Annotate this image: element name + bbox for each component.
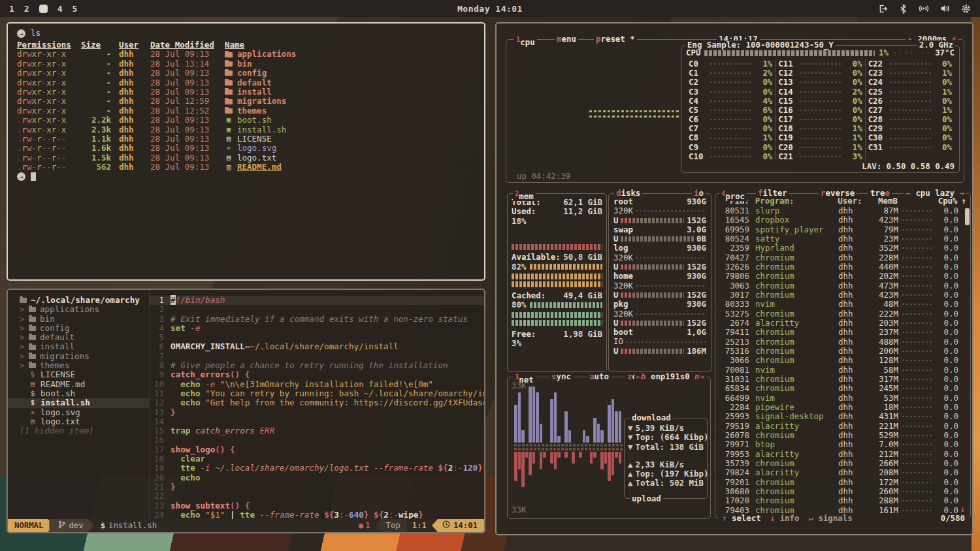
tree-dir-migrations[interactable]: >migrations — [8, 352, 149, 361]
tree-file-LICENSE[interactable]: §LICENSE — [8, 370, 149, 379]
tree-dir-config[interactable]: >config — [8, 324, 149, 333]
process-row[interactable]: 3017chromiumdhh423M0.0 — [719, 291, 966, 300]
editor-window[interactable]: ~/.local/share/omarchy>applications>bin>… — [7, 289, 485, 533]
process-row[interactable]: 80333nvimdhh48M0.0 — [719, 300, 966, 309]
tree-file-boot.sh[interactable]: $boot.sh — [8, 389, 149, 398]
bluetooth-icon[interactable] — [899, 4, 907, 14]
process-row[interactable]: 70081nvimdhh58M0.0 — [719, 366, 966, 375]
process-row[interactable]: 2674alacrittydhh203M0.0 — [719, 319, 966, 328]
process-row[interactable]: 25993signal-desktopdhh431M0.0 — [719, 412, 966, 421]
process-row[interactable]: 80531slurpdhh87M0.0 — [719, 206, 966, 215]
workspace-5[interactable]: 5 — [72, 4, 77, 14]
process-row[interactable]: 2284pipewiredhh18M0.0 — [719, 403, 966, 412]
file-row[interactable]: ▤LICENSE — [225, 134, 484, 144]
net-interface[interactable]: ←b enp191s0 n→ — [634, 372, 706, 381]
tree-file-logo.txt[interactable]: ▤logo.txt — [8, 417, 149, 426]
preset-button[interactable]: preset * — [594, 35, 637, 44]
process-row[interactable]: 2359Hyprlanddhh352M0.0 — [719, 244, 966, 253]
tree-dir-default[interactable]: >default — [8, 333, 149, 342]
scrollbar-thumb[interactable] — [965, 208, 970, 225]
process-row[interactable]: 79971btopdhh7.0M0.0 — [719, 440, 966, 449]
process-row[interactable]: 79824alacrittydhh208M0.0 — [719, 468, 966, 477]
process-row[interactable]: 30680chromiumdhh260M0.0 — [719, 487, 966, 496]
process-row[interactable]: 31031chromiumdhh317M0.0 — [719, 375, 966, 384]
process-row[interactable]: 25213chromiumdhh488M0.0 — [719, 338, 966, 347]
refresh-minus[interactable]: - — [907, 34, 912, 44]
file-row[interactable]: ▤logo.txt — [225, 153, 484, 163]
file-row[interactable]: themes — [225, 106, 484, 116]
tab-io[interactable]: io — [692, 189, 706, 198]
file-user: dhh — [119, 78, 142, 87]
file-row[interactable]: applications — [225, 50, 484, 59]
code-pane[interactable]: 1#!/bin/bash23# Exit immediately if a co… — [149, 290, 484, 519]
workspace-active[interactable] — [39, 5, 48, 13]
process-row[interactable]: 16545dropboxdhh423M0.0 — [719, 215, 966, 225]
process-row[interactable]: 66499nvimdhh53M0.0 — [719, 394, 966, 403]
next-iface-key[interactable]: n→ — [694, 371, 704, 381]
tree-file-install.sh[interactable]: $install.sh — [8, 398, 149, 407]
net-graph — [514, 385, 624, 503]
tab-cpu[interactable]: 1cpu — [514, 35, 537, 47]
tree-file-README.md[interactable]: ▤README.md — [8, 380, 149, 389]
terminal-window[interactable]: → ls PermissionsSizeUserDate ModifiedNam… — [7, 22, 485, 281]
process-row[interactable]: 79411chromiumdhh237M0.0 — [719, 328, 966, 337]
network-broadcast-icon[interactable] — [919, 4, 929, 13]
file-row[interactable]: ▣boot.sh — [225, 116, 484, 125]
process-row[interactable]: 70427chromiumdhh228M0.0 — [719, 253, 966, 262]
prev-iface-key[interactable]: ←b — [636, 371, 646, 381]
process-row[interactable]: 80524sattydhh23M0.0 — [719, 234, 966, 244]
process-row[interactable]: 26078chromiumdhh529M0.0 — [719, 431, 966, 440]
logout-icon[interactable] — [878, 4, 888, 14]
sort-left-arrow[interactable]: ← — [906, 188, 910, 198]
process-row[interactable]: 3066chromiumdhh128M0.0 — [719, 356, 966, 365]
workspace-4[interactable]: 4 — [57, 4, 63, 14]
process-row[interactable]: 75316chromiumdhh200M0.0 — [719, 347, 966, 356]
tab-disks[interactable]: disks — [614, 189, 642, 198]
process-row[interactable]: 32626chromiumdhh440M0.0 — [719, 262, 966, 272]
tree-dir-themes[interactable]: >themes — [8, 361, 149, 370]
tree-button[interactable]: tree — [868, 189, 892, 198]
signals-hint[interactable]: ↵ signals — [808, 514, 852, 523]
process-row[interactable]: 3063chromiumdhh473M0.0 — [719, 281, 966, 291]
process-row[interactable]: 79201chromiumdhh172M0.0 — [719, 478, 966, 487]
process-row[interactable]: 79519alacrittydhh221M0.0 — [719, 422, 966, 431]
sort-right-arrow[interactable]: → — [960, 188, 964, 198]
file-row[interactable]: ✳logo.svg — [225, 144, 484, 153]
tree-file-logo.svg[interactable]: ✳logo.svg — [8, 408, 149, 417]
filter-button[interactable]: filter — [756, 189, 789, 198]
file-row[interactable]: ▣install.sh — [225, 125, 484, 134]
tree-dir-install[interactable]: >install — [8, 342, 149, 351]
btop-window[interactable]: 1cpu menu preset * 14:01:17 - 2000ms + E… — [495, 22, 973, 535]
select-hint[interactable]: ↑ select — [722, 514, 761, 523]
info-hint[interactable]: ↓ info — [770, 514, 800, 523]
tab-proc[interactable]: 4proc — [719, 189, 747, 201]
workspace-2[interactable]: 2 — [24, 4, 29, 14]
tree-root[interactable]: ~/.local/share/omarchy — [8, 296, 149, 305]
auto-button[interactable]: auto — [587, 372, 611, 381]
file-row[interactable]: ▥README.md — [225, 163, 484, 172]
reverse-button[interactable]: reverse — [819, 189, 857, 198]
sync-button[interactable]: sync — [549, 372, 573, 381]
file-row[interactable]: default — [225, 78, 484, 87]
file-row[interactable]: install — [225, 87, 484, 97]
process-row[interactable]: 69959spotify_playerdhh79M0.0 — [719, 225, 966, 234]
tree-dir-applications[interactable]: >applications — [8, 305, 149, 314]
gear-icon[interactable] — [961, 4, 971, 14]
process-row[interactable]: 65834chromiumdhh245M0.0 — [719, 384, 966, 393]
file-row[interactable]: config — [225, 69, 484, 78]
process-row[interactable]: 17020chromiumdhh288M0.0 — [719, 496, 966, 505]
process-row[interactable]: 79806chromiumdhh202M0.0 — [719, 272, 966, 281]
process-row[interactable]: 53275chromiumdhh222M0.0 — [719, 309, 966, 319]
disk-size: 930G — [687, 197, 706, 206]
tab-mem[interactable]: 2mem — [513, 189, 536, 201]
proc-pid: 3063 — [719, 281, 749, 291]
process-row[interactable]: 35739chromiumdhh266M0.0 — [719, 459, 966, 468]
tree-dir-bin[interactable]: >bin — [8, 315, 149, 324]
menu-button[interactable]: menu — [555, 35, 578, 44]
sort-column-nav[interactable]: ← cpu lazy → — [904, 189, 966, 198]
process-row[interactable]: 79953alacrittydhh212M0.0 — [719, 450, 966, 459]
file-row[interactable]: bin — [225, 59, 484, 69]
file-row[interactable]: migrations — [225, 97, 484, 106]
workspace-1[interactable]: 1 — [9, 4, 14, 14]
volume-icon[interactable] — [940, 4, 950, 13]
